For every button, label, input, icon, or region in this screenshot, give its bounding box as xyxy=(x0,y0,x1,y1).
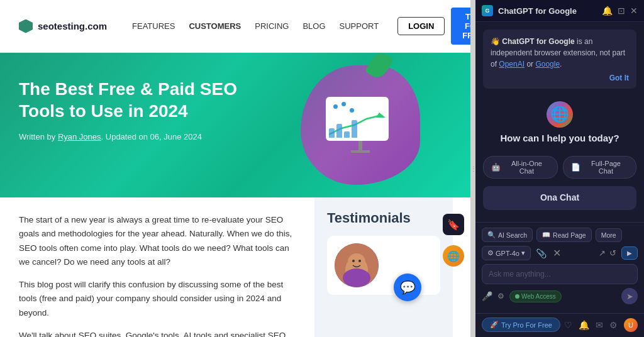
content-para-2: This blog post will clarify this confusi… xyxy=(19,278,296,320)
ona-chat-name: Ona Chat xyxy=(491,192,629,202)
chat-button[interactable]: 💬 xyxy=(394,273,421,301)
main-nav: FEATURES CUSTOMERS PRICING BLOG SUPPORT xyxy=(132,21,379,31)
testimonials-title: Testimonials xyxy=(327,210,440,226)
meta-prefix: Written by xyxy=(19,132,58,141)
full-page-chat-button[interactable]: 📄 Full-Page Chat xyxy=(563,156,636,179)
hero-blob xyxy=(301,65,420,185)
logo-text: seotesting.com xyxy=(38,21,107,31)
bell-icon[interactable]: 🔔 xyxy=(579,320,589,330)
panel-title-area: G ChatGPT for Google xyxy=(482,5,577,16)
send-button[interactable]: ▶ xyxy=(621,246,638,260)
svg-point-4 xyxy=(343,268,370,287)
hero-section: The Best Free & Paid SEO Tools to Use in… xyxy=(0,53,470,197)
info-box: 👋 ChatGPT for Google is an independent b… xyxy=(483,30,636,89)
bookmark-icon[interactable]: 🔖 xyxy=(443,214,464,235)
avatar-initial: U xyxy=(628,321,633,329)
svg-point-6 xyxy=(358,260,361,262)
chevron-down-icon: ▾ xyxy=(521,249,525,257)
main-content: The start of a new year is always a grea… xyxy=(0,197,314,337)
login-button[interactable]: LOGIN xyxy=(397,17,445,35)
ai-search-button[interactable]: 🔍 AI Search xyxy=(482,228,533,242)
nav-blog[interactable]: BLOG xyxy=(303,21,325,31)
panel-header: G ChatGPT for Google 🔔 ⊡ ✕ xyxy=(475,0,644,22)
hero-illustration xyxy=(307,59,433,185)
chatgpt-panel: G ChatGPT for Google 🔔 ⊡ ✕ 👋 ChatGPT for… xyxy=(475,0,644,337)
read-page-button[interactable]: 📖 Read Page xyxy=(536,228,592,242)
ai-globe-icon: 🌐 xyxy=(547,101,573,128)
meta-suffix: . Updated on 06, June 2024 xyxy=(101,132,202,141)
content-para-3: We'll talk about SEO suites, Google's to… xyxy=(19,329,296,337)
chat-input-area: Ask me anything... xyxy=(482,264,638,284)
rocket-icon: 🚀 xyxy=(490,321,499,329)
panel-body: 👋 ChatGPT for Google is an independent b… xyxy=(475,22,644,222)
divider-dots: ⋮ xyxy=(470,165,475,172)
chat-send-button[interactable]: ➤ xyxy=(621,288,638,304)
clear-icon[interactable]: ✕ xyxy=(552,246,562,260)
content-para-1: The start of a new year is always a grea… xyxy=(19,213,296,269)
chatgpt-logo-icon: G xyxy=(482,5,493,16)
globe-icon[interactable]: 🌐 xyxy=(443,245,464,267)
openai-link[interactable]: OpenAI xyxy=(499,60,525,69)
site-header: seotesting.com FEATURES CUSTOMERS PRICIN… xyxy=(0,0,470,53)
web-dot-icon xyxy=(515,294,519,299)
heart-icon[interactable]: ♡ xyxy=(564,320,572,330)
info-text2: or xyxy=(525,60,535,69)
got-it-button[interactable]: Got It xyxy=(609,74,629,82)
all-in-one-label: All-in-One Chat xyxy=(504,160,550,175)
info-period: . xyxy=(560,60,562,69)
svg-point-3 xyxy=(348,253,365,271)
panel-title: ChatGPT for Google xyxy=(498,6,577,16)
nav-features[interactable]: FEATURES xyxy=(132,21,175,31)
page-icon: 📄 xyxy=(571,163,580,172)
more-button[interactable]: More xyxy=(596,228,622,242)
panel-toolbar: 🔍 AI Search 📖 Read Page More ⚙ GPT-4o ▾ … xyxy=(475,222,644,313)
close-icon[interactable]: ✕ xyxy=(630,6,638,16)
ona-chat-bubble: Ona Chat xyxy=(483,186,636,210)
nav-pricing[interactable]: PRICING xyxy=(255,21,289,31)
all-in-one-chat-button[interactable]: 🤖 All-in-One Chat xyxy=(483,156,558,179)
svg-marker-0 xyxy=(376,113,386,118)
nav-customers[interactable]: CUSTOMERS xyxy=(189,21,241,31)
ai-search-label: AI Search xyxy=(498,231,527,239)
logo-shield-icon xyxy=(19,19,33,33)
google-link[interactable]: Google xyxy=(535,60,560,69)
ai-question: How can I help you today? xyxy=(500,133,619,143)
arrow-right-icon: ▶ xyxy=(627,250,632,257)
testimonials-section: Testimonials 💬 xyxy=(314,197,453,337)
settings-icon[interactable]: ⚙ xyxy=(497,292,504,301)
user-avatar[interactable]: U xyxy=(624,318,638,332)
chat-options: 🤖 All-in-One Chat 📄 Full-Page Chat xyxy=(483,156,636,179)
expand-icon[interactable]: ⊡ xyxy=(618,6,625,16)
try-free-button[interactable]: TRY FOR FREE xyxy=(451,8,470,45)
robot-icon: 🤖 xyxy=(491,163,501,172)
attachment-icon[interactable]: 📎 xyxy=(535,247,548,260)
regenerate-icon[interactable]: ↺ xyxy=(609,248,616,258)
hero-title: The Best Free & Paid SEO Tools to Use in… xyxy=(19,78,258,122)
info-brand: ChatGPT for Google xyxy=(502,37,574,46)
share-icon[interactable]: ↗ xyxy=(599,248,606,258)
author-link[interactable]: Ryan Jones xyxy=(58,132,101,141)
read-page-label: Read Page xyxy=(553,231,586,239)
settings-footer-icon[interactable]: ⚙ xyxy=(609,320,618,330)
content-wrapper: The start of a new year is always a grea… xyxy=(0,197,470,337)
chart-icon xyxy=(326,97,395,153)
panel-divider[interactable]: ⋮ xyxy=(470,0,475,337)
web-access-badge[interactable]: Web Access xyxy=(509,290,562,302)
full-page-label: Full-Page Chat xyxy=(584,160,628,175)
book-icon: 📖 xyxy=(542,231,550,239)
web-access-label: Web Access xyxy=(521,293,556,300)
mic-icon[interactable]: 🎤 xyxy=(482,291,492,301)
logo[interactable]: seotesting.com xyxy=(19,19,107,33)
notification-icon[interactable]: 🔔 xyxy=(602,6,613,16)
model-selector[interactable]: ⚙ GPT-4o ▾ xyxy=(482,246,531,260)
panel-footer: 🚀 Try Pro For Free ♡ 🔔 ✉ ⚙ U xyxy=(475,313,644,337)
svg-point-5 xyxy=(352,260,355,262)
try-pro-label: Try Pro For Free xyxy=(501,321,552,329)
input-row2: 🎤 ⚙ Web Access ➤ xyxy=(482,288,638,304)
try-pro-button[interactable]: 🚀 Try Pro For Free xyxy=(482,318,560,332)
more-label: More xyxy=(601,231,616,239)
testimonial-avatar xyxy=(335,243,379,287)
mail-icon[interactable]: ✉ xyxy=(596,320,603,330)
nav-support[interactable]: SUPPORT xyxy=(340,21,379,31)
toolbar-row2: ⚙ GPT-4o ▾ 📎 ✕ ↗ ↺ ▶ xyxy=(482,246,638,260)
